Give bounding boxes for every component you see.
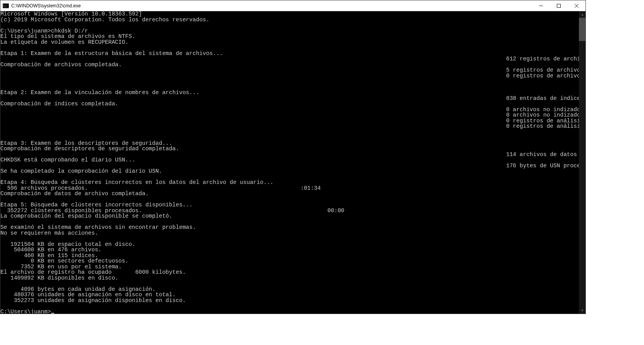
window-controls — [532, 0, 585, 11]
vertical-scrollbar[interactable] — [579, 11, 585, 314]
scroll-thumb[interactable] — [579, 18, 585, 41]
close-button[interactable] — [568, 0, 585, 11]
scroll-down-arrow[interactable] — [579, 307, 585, 314]
content-area: Microsoft Windows [Versión 10.0.18363.59… — [0, 11, 585, 314]
terminal-output[interactable]: Microsoft Windows [Versión 10.0.18363.59… — [0, 11, 579, 314]
scroll-up-arrow[interactable] — [579, 11, 585, 18]
scroll-track[interactable] — [579, 18, 585, 307]
window-title: C:\WINDOWS\system32\cmd.exe — [11, 3, 532, 9]
maximize-button[interactable] — [550, 0, 568, 11]
cursor — [51, 313, 54, 314]
cmd-window: C:\ C:\WINDOWS\system32\cmd.exe Microsof… — [0, 0, 586, 314]
svg-text:C:\: C:\ — [3, 4, 8, 8]
svg-rect-3 — [557, 4, 561, 7]
minimize-button[interactable] — [532, 0, 550, 11]
cmd-icon: C:\ — [3, 3, 9, 9]
titlebar[interactable]: C:\ C:\WINDOWS\system32\cmd.exe — [0, 0, 585, 11]
